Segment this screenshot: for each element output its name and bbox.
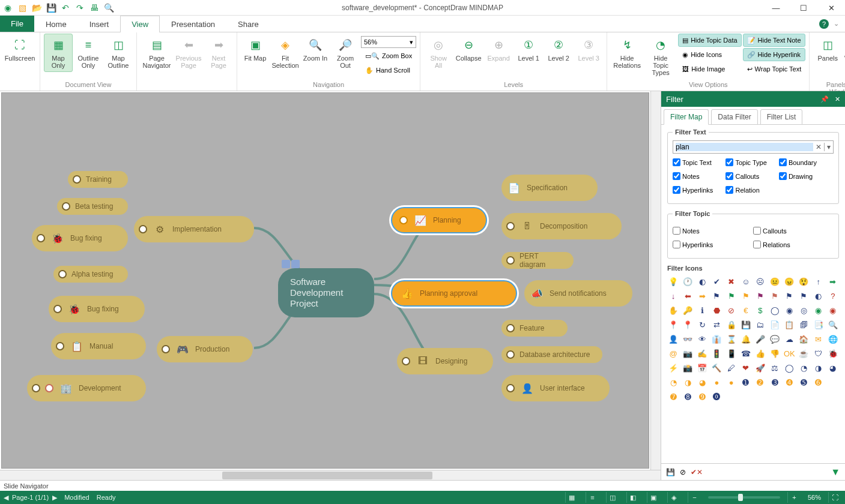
topic-send-notifications[interactable]: 📣Send notifications xyxy=(524,280,632,307)
mindmap-canvas[interactable]: Software Development Project ⚙ Implement… xyxy=(1,92,649,469)
filter-icon-item[interactable]: ☎ xyxy=(740,347,752,359)
pin-icon[interactable]: 📌 xyxy=(820,95,829,103)
topic-planning-approval[interactable]: 👍 Planning approval xyxy=(391,280,517,307)
filter-icon-item[interactable]: 🔔 xyxy=(740,333,752,345)
vertical-scrollbar[interactable] xyxy=(650,91,661,470)
topic-beta-testing[interactable]: Beta testing xyxy=(57,198,128,215)
tab-data-filter[interactable]: Data Filter xyxy=(711,109,757,125)
filter-icon-item[interactable]: ◯ xyxy=(783,362,795,374)
filter-icon-item[interactable]: 📸 xyxy=(682,362,694,374)
filter-icon-item[interactable]: ➌ xyxy=(769,376,781,388)
filter-icon-item[interactable]: ⊘ xyxy=(725,304,737,316)
map-only-button[interactable]: ▦ Map Only xyxy=(44,34,73,72)
filter-icon-item[interactable]: 💾 xyxy=(740,319,752,331)
hide-topic-types-button[interactable]: ◔ Hide Topic Types xyxy=(644,34,677,79)
topic-bug-fixing-2[interactable]: 🐞Bug fixing xyxy=(49,296,145,322)
filter-icon-item[interactable]: ✖ xyxy=(725,275,737,287)
fullscreen-button[interactable]: ⛶ Fullscreen xyxy=(4,34,36,65)
chk-topic-type[interactable]: Topic Type xyxy=(725,158,778,166)
topic-specification[interactable]: 📄Specification xyxy=(501,175,598,201)
filter-icon-item[interactable]: ❤ xyxy=(740,362,752,374)
hand-scroll-button[interactable]: ✋ Hand Scroll xyxy=(361,64,416,77)
status-next-page-icon[interactable]: ▶ xyxy=(52,494,57,502)
filter-icon-item[interactable]: ↻ xyxy=(696,319,708,331)
chk-hyperlinks[interactable]: Hyperlinks xyxy=(673,186,725,194)
filter-icon-item[interactable]: 📷 xyxy=(682,347,694,359)
filter-icon-item[interactable]: ◉ xyxy=(813,304,825,316)
filter-icon-item[interactable]: 🔒 xyxy=(725,319,737,331)
footer-filter-icon[interactable]: ▼ xyxy=(831,467,840,478)
status-view4-icon[interactable]: ◧ xyxy=(626,492,640,503)
status-fit-icon[interactable]: ▣ xyxy=(647,492,660,503)
filter-icon-item[interactable]: 👤 xyxy=(667,333,679,345)
filter-icon-item[interactable]: ? xyxy=(827,290,839,302)
topic-development[interactable]: 🏢Development xyxy=(27,375,146,401)
zoom-box-button[interactable]: ▭🔍 Zoom Box xyxy=(361,49,416,62)
filter-icon-item[interactable]: ☁ xyxy=(783,333,795,345)
filter-icon-item[interactable]: ⚡ xyxy=(667,362,679,374)
filter-icon-item[interactable]: 📍 xyxy=(682,319,694,331)
filter-icon-item[interactable]: ◉ xyxy=(827,304,839,316)
chk-notes[interactable]: Notes xyxy=(673,172,725,180)
filter-icon-item[interactable]: ✉ xyxy=(813,333,825,345)
slide-navigator[interactable]: Slide Navigator xyxy=(0,480,845,491)
zoom-combobox[interactable]: 56% ▾ xyxy=(361,36,416,48)
panel-close-icon[interactable]: ✕ xyxy=(835,95,840,103)
hide-icons-button[interactable]: ◉Hide Icons xyxy=(678,48,741,61)
filter-icon-item[interactable]: ● xyxy=(725,376,737,388)
topic-alpha-testing[interactable]: Alpha testing xyxy=(53,266,128,283)
filter-icon-item[interactable]: @ xyxy=(667,347,679,359)
fit-selection-button[interactable]: ◈ Fit Selection xyxy=(271,34,300,72)
chk-drawing[interactable]: Drawing xyxy=(779,172,832,180)
filter-icon-item[interactable]: ✋ xyxy=(667,304,679,316)
filter-icon-item[interactable]: 👔 xyxy=(710,333,722,345)
filter-icon-item[interactable]: 🚦 xyxy=(710,347,722,359)
topic-db-architecture[interactable]: Database architecture xyxy=(501,346,602,363)
filter-icon-item[interactable]: ➡ xyxy=(696,290,708,302)
filter-icon-item[interactable]: ◐ xyxy=(696,275,708,287)
status-fullscreen-icon[interactable]: ⛶ xyxy=(828,492,841,503)
window-minimize-button[interactable]: — xyxy=(762,0,790,16)
filter-icon-item[interactable]: ◕ xyxy=(696,376,708,388)
filter-icon-item[interactable]: 🐞 xyxy=(827,347,839,359)
topic-planning[interactable]: 📈 Planning xyxy=(391,207,487,233)
file-menu[interactable]: File xyxy=(0,16,34,32)
status-view1-icon[interactable]: ▦ xyxy=(565,492,578,503)
window-close-button[interactable]: ✕ xyxy=(817,0,845,16)
filter-icon-item[interactable]: € xyxy=(740,304,752,316)
filter-icon-item[interactable]: 👓 xyxy=(682,333,694,345)
chk-topic-callouts[interactable]: Callouts xyxy=(753,227,834,235)
topic-user-interface[interactable]: 👤User interface xyxy=(501,375,610,401)
filter-icon-item[interactable]: ➎ xyxy=(798,376,810,388)
topic-production[interactable]: 🎮 Production xyxy=(157,336,253,362)
filter-icon-item[interactable]: 👍 xyxy=(754,347,766,359)
filter-icon-item[interactable]: ● xyxy=(710,376,722,388)
filter-icon-item[interactable]: 📍 xyxy=(667,319,679,331)
status-view3-icon[interactable]: ◫ xyxy=(606,492,619,503)
filter-icon-item[interactable]: 🌐 xyxy=(827,333,839,345)
filter-icon-item[interactable]: ☹ xyxy=(754,275,766,287)
filter-icon-item[interactable]: 🗐 xyxy=(798,319,810,331)
filter-icon-item[interactable]: 🗂 xyxy=(754,319,766,331)
filter-icon-item[interactable]: 💬 xyxy=(769,333,781,345)
horizontal-scrollbar[interactable] xyxy=(0,470,661,480)
footer-check-icon[interactable]: ✔✕ xyxy=(691,468,703,476)
filter-icon-item[interactable]: 🏠 xyxy=(798,333,810,345)
topic-designing[interactable]: 🎞 Designing xyxy=(397,348,493,374)
page-navigator-button[interactable]: ▤ Page Navigator xyxy=(141,34,173,72)
tab-presentation[interactable]: Presentation xyxy=(160,16,226,32)
tab-filter-map[interactable]: Filter Map xyxy=(664,109,709,125)
filter-icon-item[interactable]: ◐ xyxy=(813,290,825,302)
topic-decomposition[interactable]: 🎚Decomposition xyxy=(501,213,622,239)
footer-save-icon[interactable]: 💾 xyxy=(666,468,675,476)
filter-icon-item[interactable]: ➊ xyxy=(740,376,752,388)
filter-text-dropdown-icon[interactable]: ▾ xyxy=(824,143,831,151)
ribbon-collapse-icon[interactable]: ⌄ xyxy=(834,19,839,29)
status-zoom-out-icon[interactable]: − xyxy=(688,492,701,503)
filter-icon-item[interactable]: ⬣ xyxy=(710,304,722,316)
zoom-in-button[interactable]: 🔍 Zoom In xyxy=(301,34,330,65)
filter-icon-item[interactable]: 👁 xyxy=(696,333,708,345)
filter-icon-item[interactable]: ◕ xyxy=(827,362,839,374)
filter-icon-item[interactable]: 📄 xyxy=(769,319,781,331)
filter-icon-item[interactable]: ◉ xyxy=(783,304,795,316)
